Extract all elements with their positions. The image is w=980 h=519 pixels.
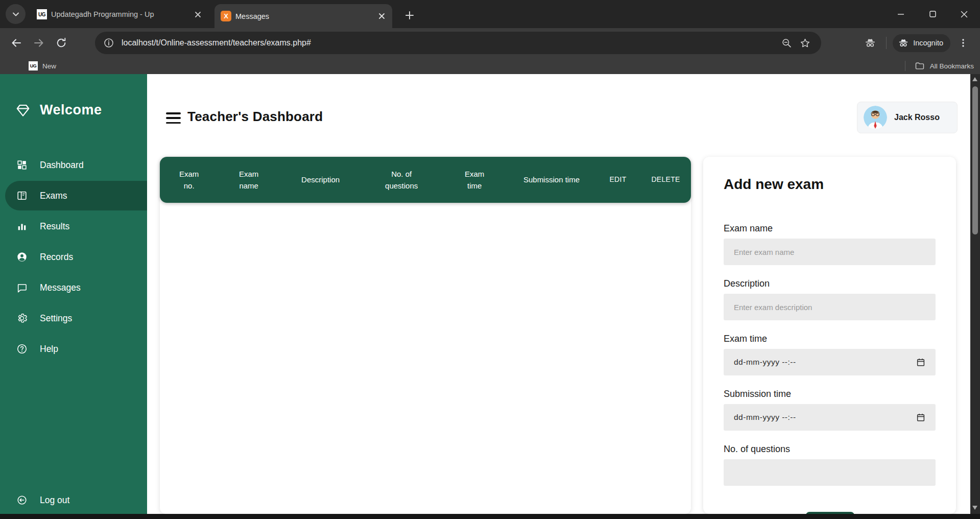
logout-button[interactable]: Log out (0, 485, 147, 515)
maximize-icon (929, 11, 936, 17)
tab-messages[interactable]: X Messages (214, 4, 392, 28)
url-text[interactable]: localhost/t/Online-assessment/teachers/e… (122, 38, 777, 48)
sidebar-item-help[interactable]: Help (0, 334, 147, 364)
browser-window: UG Updategadh Programming - Up X Message… (0, 0, 980, 519)
site-info-button[interactable] (100, 34, 117, 52)
minimize-icon (897, 11, 904, 18)
column-description: Description (279, 157, 362, 203)
chevron-down-icon (12, 10, 20, 18)
incognito-icon (864, 37, 876, 49)
scrollbar-thumb[interactable] (972, 86, 978, 234)
sidebar-item-label: Dashboard (40, 160, 84, 171)
bookmark-new[interactable]: UG New (29, 61, 56, 70)
column-exam-no: Exam no. (160, 157, 218, 203)
minimize-button[interactable] (885, 0, 917, 28)
no-of-questions-label: No. of questions (724, 444, 936, 455)
sidebar-item-settings[interactable]: Settings (0, 303, 147, 334)
tab-updategadh[interactable]: UG Updategadh Programming - Up (31, 4, 208, 25)
logout-icon (16, 494, 28, 506)
zoom-button[interactable] (777, 34, 796, 52)
scrollbar-down-icon[interactable] (972, 506, 977, 510)
sidebar-item-records[interactable]: Records (0, 242, 147, 272)
sidebar-item-label: Results (40, 221, 69, 232)
folder-icon (915, 61, 925, 71)
column-exam-name: Exam name (218, 157, 279, 203)
all-bookmarks-label: All Bookmarks (930, 62, 974, 70)
browser-menu-button[interactable] (953, 33, 973, 53)
tab-strip: UG Updategadh Programming - Up X Message… (0, 0, 980, 28)
forward-button[interactable] (28, 32, 50, 54)
toolbar-divider (886, 37, 887, 49)
submission-time-label: Submission time (724, 389, 936, 399)
reload-button[interactable] (50, 32, 73, 54)
sidebar-item-exams[interactable]: Exams (0, 180, 147, 211)
sidebar: Welcome Dashboard Exams Results Record (0, 74, 147, 514)
page-scrollbar[interactable] (970, 74, 980, 514)
new-tab-button[interactable] (401, 7, 418, 23)
bookmark-label: New (42, 62, 56, 70)
profile-chip[interactable]: Jack Rosso (857, 102, 958, 133)
submission-time-input[interactable]: dd-mm-yyyy --:-- (724, 404, 936, 431)
bookmarks-divider (905, 61, 905, 71)
logout-label: Log out (40, 495, 69, 506)
tab-search-button[interactable] (6, 4, 26, 24)
sidebar-item-label: Records (40, 252, 73, 263)
field-exam-time: Exam time dd-mm-yyyy --:-- (724, 334, 936, 375)
zoom-icon (781, 38, 792, 49)
exams-table-card: Exam no. Exam name Description No. of qu… (160, 157, 691, 514)
address-bar[interactable]: localhost/t/Online-assessment/teachers/e… (95, 32, 821, 54)
sidebar-item-dashboard[interactable]: Dashboard (0, 150, 147, 180)
incognito-label: Incognito (913, 39, 943, 47)
sidebar-item-label: Messages (40, 282, 81, 293)
exams-table-header: Exam no. Exam name Description No. of qu… (160, 157, 691, 203)
tab-title: Updategadh Programming - Up (51, 10, 188, 18)
exam-name-label: Exam name (724, 223, 936, 234)
field-description: Description (724, 278, 936, 320)
calendar-icon[interactable] (916, 358, 925, 367)
sidebar-item-label: Help (40, 344, 58, 355)
bookmark-button[interactable] (796, 34, 814, 52)
back-button[interactable] (5, 32, 28, 54)
add-exam-card: Add new exam Exam name Description Exam … (703, 157, 956, 514)
sidebar-brand: Welcome (15, 102, 102, 118)
description-input[interactable] (724, 294, 936, 320)
column-no-of-questions: No. of questions (362, 157, 441, 203)
sidebar-item-label: Settings (40, 313, 72, 324)
bar-chart-icon (16, 221, 28, 232)
close-window-button[interactable] (948, 0, 980, 28)
page-title: Teacher's Dashboard (187, 109, 323, 125)
all-bookmarks-button[interactable]: All Bookmarks (905, 61, 974, 71)
sidebar-item-messages[interactable]: Messages (0, 272, 147, 303)
incognito-hat-icon (898, 37, 909, 49)
exams-icon (16, 190, 28, 201)
browser-toolbar: localhost/t/Online-assessment/teachers/e… (0, 28, 980, 58)
brand-label: Welcome (40, 102, 102, 118)
bookmarks-bar: UG New All Bookmarks (0, 58, 980, 74)
profile-name: Jack Rosso (894, 113, 940, 122)
close-icon (961, 11, 968, 18)
field-submission-time: Submission time dd-mm-yyyy --:-- (724, 389, 936, 431)
maximize-button[interactable] (917, 0, 948, 28)
menu-toggle-button[interactable] (166, 112, 181, 124)
back-icon (11, 37, 22, 49)
xampp-favicon-icon: X (221, 11, 231, 21)
column-exam-time: Exam time (441, 157, 508, 203)
updategadh-favicon-icon: UG (37, 9, 47, 19)
gem-icon (15, 103, 31, 118)
tab-close-button[interactable] (192, 9, 203, 20)
tab-close-button[interactable] (376, 11, 387, 22)
field-no-of-questions: No. of questions (724, 444, 936, 486)
incognito-extension-button[interactable] (861, 33, 880, 53)
sidebar-item-label: Exams (40, 191, 67, 201)
grid-icon (16, 159, 28, 171)
scrollbar-up-icon[interactable] (972, 77, 977, 81)
no-of-questions-input[interactable] (724, 459, 936, 486)
sidebar-item-results[interactable]: Results (0, 211, 147, 242)
exam-name-input[interactable] (724, 239, 936, 265)
incognito-badge[interactable]: Incognito (893, 34, 950, 52)
calendar-icon[interactable] (916, 413, 925, 422)
star-icon (800, 38, 810, 49)
close-icon (195, 11, 201, 18)
sidebar-menu: Dashboard Exams Results Records Messages (0, 150, 147, 364)
exam-time-input[interactable]: dd-mm-yyyy --:-- (724, 349, 936, 375)
